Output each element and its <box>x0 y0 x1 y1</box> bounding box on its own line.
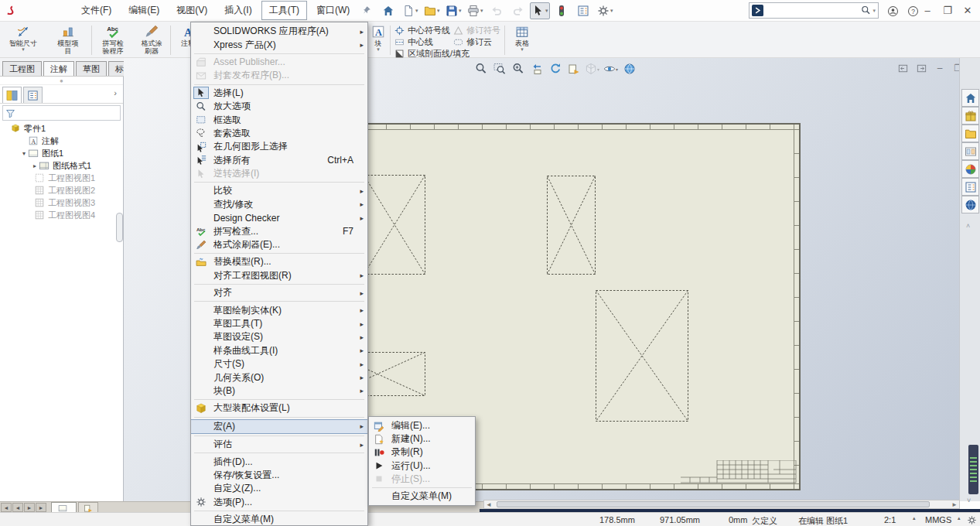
cmd-修订云-button[interactable]: 修订云 <box>453 36 492 48</box>
dropdown-caret-icon[interactable]: ▾ <box>437 8 440 14</box>
menubar-item[interactable]: 编辑(E) <box>121 1 167 20</box>
ribbon-tab-注解[interactable]: 注解 <box>43 61 74 76</box>
minimize-button[interactable]: – <box>917 0 937 20</box>
menu-item-对齐[interactable]: 对齐 ▸ <box>191 286 367 299</box>
horizontal-scrollbar[interactable]: ◄ ► <box>483 500 960 509</box>
dropdown-caret-icon[interactable]: ▾ <box>377 47 380 52</box>
dropdown-caret-icon[interactable]: ▾ <box>521 47 524 52</box>
menu-item-格式涂刷器(E)...[interactable]: 格式涂刷器(E)... <box>191 238 367 251</box>
cmd-table-button[interactable]: 表格▾ <box>509 23 535 57</box>
menu-item-编辑(E)...[interactable]: 编辑(E)... <box>369 419 475 432</box>
sheet-nav-button[interactable]: ► <box>24 503 35 512</box>
search-command-box[interactable]: ▾ <box>749 2 879 19</box>
menu-item-在几何图形上选择[interactable]: 在几何图形上选择 <box>191 140 367 153</box>
menu-item-比较[interactable]: 比较 ▸ <box>191 184 367 197</box>
menu-item-插件(D)...[interactable]: 插件(D)... <box>191 455 367 468</box>
menu-item-保存/恢复设置...[interactable]: 保存/恢复设置... <box>191 469 367 482</box>
panel-expand-icon[interactable]: › <box>114 88 117 97</box>
menu-item-Xpress 产品(X)[interactable]: Xpress 产品(X) ▸ <box>191 38 367 51</box>
tree-item-注解[interactable]: A 注解 <box>0 135 123 147</box>
menu-item-宏(A)[interactable]: 宏(A) ▸ <box>191 419 367 434</box>
search-caret-icon[interactable]: ▾ <box>872 8 876 14</box>
save-button[interactable]: ▾ <box>443 2 463 19</box>
menu-item-自定义菜单(M)[interactable]: 自定义菜单(M) <box>191 513 367 526</box>
drawing-view-placeholder[interactable] <box>364 175 425 275</box>
next-document-icon[interactable] <box>914 62 928 74</box>
menu-item-块(B)[interactable]: 块(B) ▸ <box>191 384 367 398</box>
menu-item-录制(R)[interactable]: 录制(R) <box>369 446 475 459</box>
sheet-nav-button[interactable]: ◄ <box>12 503 23 512</box>
menu-item-选择(L)[interactable]: 选择(L) <box>191 87 367 100</box>
tree-expander-icon[interactable]: ▾ <box>20 150 28 157</box>
home-button[interactable] <box>378 2 398 19</box>
menu-item-新建(N)...[interactable]: 新建(N)... <box>369 432 475 446</box>
drawing-view-placeholder[interactable] <box>547 176 596 275</box>
menu-item-草图工具(T)[interactable]: 草图工具(T) ▸ <box>191 317 367 330</box>
menu-item-评估[interactable]: 评估 ▸ <box>191 438 367 451</box>
dropdown-caret-icon[interactable]: ▾ <box>480 8 483 14</box>
tree-filter-box[interactable] <box>2 105 121 121</box>
zoom-area-button[interactable] <box>492 62 507 76</box>
drawing-view-placeholder[interactable] <box>596 290 688 422</box>
cmd-拼写检验程序-button[interactable]: Abc拼写检 验程序 <box>94 23 131 57</box>
menubar-item[interactable]: 视图(V) <box>169 1 215 20</box>
status-quick-tips-icon[interactable] <box>967 515 977 525</box>
menu-item-SOLIDWORKS 应用程序(A)[interactable]: SOLIDWORKS 应用程序(A) ▸ <box>191 25 367 38</box>
menu-item-草图绘制实体(K)[interactable]: 草图绘制实体(K) ▸ <box>191 303 367 316</box>
menu-item-对齐工程图视图(R)[interactable]: 对齐工程图视图(R) ▸ <box>191 269 367 282</box>
feature-tree-tab[interactable] <box>2 87 22 103</box>
menubar-item[interactable]: 工具(T) <box>261 1 307 20</box>
menu-item-选择所有[interactable]: 选择所有 Ctrl+A <box>191 154 367 167</box>
status-caret-icon[interactable]: ▴ <box>913 515 916 521</box>
sheet-tab-active[interactable] <box>51 502 77 513</box>
hscroll-track[interactable] <box>493 500 950 508</box>
menu-item-查找/修改[interactable]: 查找/修改 ▸ <box>191 198 367 211</box>
taskpane-collapse-icon[interactable]: ˄ <box>966 222 970 230</box>
cmd-中心符号线-button[interactable]: 中心符号线 <box>394 25 450 36</box>
tree-item-工程图视图3[interactable]: 工程图视图3 <box>0 196 123 209</box>
hscroll-thumb[interactable] <box>497 501 930 507</box>
undo-button[interactable] <box>487 2 507 19</box>
task-list-button[interactable] <box>573 2 593 19</box>
tree-item-图纸格式1[interactable]: ▸ 图纸格式1 <box>0 159 123 172</box>
menu-item-拼写检查...[interactable]: Abc 拼写检查... F7 <box>191 224 367 237</box>
property-tab[interactable] <box>23 87 43 103</box>
scroll-right-icon[interactable]: ► <box>950 501 959 508</box>
menu-item-替换模型(R)...[interactable]: 替换模型(R)... <box>191 255 367 268</box>
menu-item-套索选取[interactable]: 套索选取 <box>191 127 367 140</box>
menu-item-样条曲线工具(I)[interactable]: 样条曲线工具(I) ▸ <box>191 344 367 357</box>
hide-show-items-button[interactable]: ▾ <box>603 62 618 76</box>
select-button[interactable]: ▾ <box>530 2 550 19</box>
doc-minimize-button[interactable]: – <box>933 62 947 74</box>
dropdown-caret-icon[interactable]: ▾ <box>616 67 618 72</box>
menu-item-自定义(Z)...[interactable]: 自定义(Z)... <box>191 482 367 495</box>
menu-item-自定义菜单(M)[interactable]: 自定义菜单(M) <box>369 490 475 503</box>
cmd-块-button[interactable]: A块▾ <box>369 23 388 57</box>
close-button[interactable]: ✕ <box>958 0 978 20</box>
menu-item-Design Checker[interactable]: Design Checker ▸ <box>191 211 367 224</box>
new-sheet-button[interactable] <box>566 62 581 76</box>
print-button[interactable]: ▾ <box>465 2 485 19</box>
tree-item-工程图视图1[interactable]: 工程图视图1 <box>0 172 123 184</box>
menu-item-框选取[interactable]: 框选取 <box>191 113 367 126</box>
login-button[interactable] <box>883 2 902 19</box>
taskpane-design-library-button[interactable] <box>961 107 979 125</box>
taskpane-view-palette-button[interactable] <box>961 142 979 160</box>
view-settings-button[interactable] <box>622 62 637 76</box>
selection-filter-button[interactable] <box>551 2 572 19</box>
menubar-item[interactable]: 窗口(W) <box>309 1 357 20</box>
taskpane-file-explorer-button[interactable] <box>961 125 979 142</box>
zoom-inout-button[interactable] <box>510 62 525 76</box>
dropdown-caret-icon[interactable]: ▾ <box>597 67 599 72</box>
new-document-button[interactable]: ▾ <box>400 2 420 19</box>
panel-grip[interactable]: ● <box>0 77 123 85</box>
taskpane-home-button[interactable] <box>961 89 979 107</box>
sheet-nav-button[interactable]: ◄ <box>1 503 12 512</box>
add-sheet-tab[interactable] <box>78 502 98 513</box>
tree-item-图纸1[interactable]: ▾ 图纸1 <box>0 147 123 159</box>
taskpane-custom-properties-button[interactable] <box>961 178 979 196</box>
vertical-scrollbar-thumb[interactable] <box>968 445 978 494</box>
taskpane-solidworks-forum-button[interactable] <box>961 196 979 213</box>
cmd-中心线-button[interactable]: 中心线 <box>394 36 433 48</box>
dropdown-caret-icon[interactable]: ▾ <box>459 8 462 14</box>
